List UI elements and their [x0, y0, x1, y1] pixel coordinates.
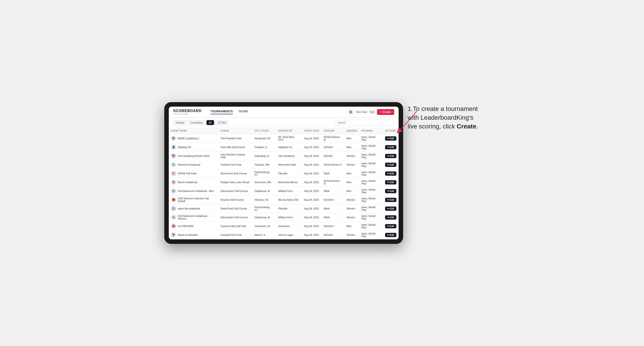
nav-tab-tournaments[interactable]: TOURNAMENTS	[211, 110, 233, 114]
cell-actions: ✏ Edit	[383, 204, 398, 213]
edit-button[interactable]: ✏ Edit	[385, 154, 396, 158]
all-filter-btn[interactable]: All	[206, 120, 214, 125]
event-name-label: upike fall invitational	[178, 207, 200, 210]
event-icon: 🦣	[171, 224, 176, 229]
edit-button[interactable]: ✏ Edit	[385, 206, 396, 211]
user-label: Test User	[356, 110, 367, 114]
cell-city: Newburgh, NY	[252, 134, 276, 143]
nav-tabs: TOURNAMENTS TEAMS	[211, 110, 248, 114]
col-division: DIVISION	[322, 128, 344, 134]
table-row: 🦅 MSMC Qualifying 1 The Powelton Club Ne…	[169, 134, 398, 143]
edit-button[interactable]: ✏ Edit	[385, 180, 396, 184]
cell-scoring: team, Stroke Play	[359, 213, 383, 222]
cell-hosted: Murray State (OK)	[276, 195, 302, 204]
cell-gender: Women	[344, 213, 360, 222]
table-row: 👤 Highland 36 Park Hills Golf Course Fre…	[169, 143, 398, 152]
logo-area: SCOREBOARD Powered by clippit	[173, 109, 202, 115]
col-venue: VENUE	[218, 128, 252, 134]
edit-button[interactable]: ✏ Edit	[385, 172, 396, 176]
event-icon: 🐺	[171, 215, 176, 220]
edit-button[interactable]: ✏ Edit	[385, 198, 396, 202]
event-name-label: UPIKE Fall Invite	[178, 172, 196, 175]
table-row: 🦅 Klash at Kokopelli Kokopelli Golf Club…	[169, 231, 398, 239]
cell-gender: Women	[344, 152, 360, 161]
cell-scoring: team, Stroke Play	[359, 152, 383, 161]
cell-hosted: Minnesota-Morris	[276, 178, 302, 187]
cell-gender: Women	[344, 161, 360, 169]
event-name-label: Fall Statesmen Invitational - Men	[178, 190, 214, 192]
cell-event-name: 🦅 Klash at Kokopelli	[169, 231, 218, 239]
cell-actions: ✏ Edit	[383, 195, 398, 204]
cell-gender: Women	[344, 195, 360, 204]
cell-date: Aug 28, 2023	[302, 195, 322, 204]
event-name-label: Carl Sandburg Women FA23	[178, 155, 209, 157]
event-name-label: Klash at Kokopelli	[178, 233, 198, 236]
cell-city: Oskaloosa, IA	[252, 187, 276, 195]
cell-division: NAIA	[322, 213, 344, 222]
cell-actions: ✏ Edit	[383, 169, 398, 178]
cell-date: Aug 28, 2023	[302, 231, 322, 239]
cell-city: Oskaloosa, IA	[252, 213, 276, 222]
cell-venue: Edmundson Golf Course	[218, 187, 252, 195]
search-input[interactable]	[336, 120, 394, 125]
cell-actions: ✏ Edit	[383, 143, 398, 152]
cell-event-name: 🦅 MSMC Qualifying 1	[169, 134, 218, 143]
competing-filter-btn[interactable]: Competing	[188, 120, 205, 125]
cell-actions: ✏ Edit	[383, 187, 398, 195]
cell-city: Vincennes, IN	[252, 222, 276, 231]
header-left: SCOREBOARD Powered by clippit TOURNAMENT…	[173, 109, 248, 115]
cell-city: Faribault, MN	[252, 161, 276, 169]
cell-division: NJCAA I	[322, 152, 344, 161]
cell-hosted: William Penn	[276, 213, 302, 222]
nav-tab-teams[interactable]: TEAMS	[238, 110, 248, 114]
cell-actions: ✏ Edit	[383, 152, 398, 161]
cell-event-name: 🦅 Carl Sandburg Women FA23	[169, 152, 218, 161]
sign-label[interactable]: Sign	[369, 110, 375, 114]
cell-hosted: Highland CC	[276, 143, 302, 152]
hosting-filter-btn[interactable]: Hosting	[173, 120, 186, 125]
cell-date: Aug 28, 2023	[302, 178, 322, 187]
create-button[interactable]: + Create	[377, 109, 394, 115]
cell-scoring: team, Stroke Play	[359, 231, 383, 239]
cell-date: Aug 26, 2023	[302, 152, 322, 161]
cell-division: NAIA	[322, 187, 344, 195]
cell-scoring: team, Stroke Play	[359, 195, 383, 204]
cell-event-name: 🐺 Fall Statesmen Invitational - Women	[169, 213, 218, 222]
edit-button[interactable]: ✏ Edit	[385, 224, 396, 228]
cell-date: Aug 28, 2023	[302, 161, 322, 169]
app-logo: SCOREBOARD	[173, 109, 202, 113]
cell-division: NJCAA I	[322, 143, 344, 152]
cell-city: Deerwood, MN	[252, 178, 276, 187]
table-row: 🐃 Maverick Invitational Faribault Golf C…	[169, 161, 398, 169]
filter-bar: Hosting Competing All ☰ Filter	[169, 118, 398, 128]
edit-button[interactable]: ✏ Edit	[385, 163, 396, 167]
cell-actions: ✏ Edit	[383, 178, 398, 187]
event-icon: 🐃	[171, 206, 176, 211]
cell-date: Aug 24, 2023	[302, 134, 322, 143]
cell-gender: Women	[344, 204, 360, 213]
cell-city: Hesston, KS	[252, 195, 276, 204]
cell-venue: Faribault Golf Club	[218, 161, 252, 169]
events-table-wrapper: EVENT NAME VENUE CITY, STATE HOSTED BY S…	[169, 128, 398, 239]
cell-hosted: Pikeville	[276, 204, 302, 213]
edit-button[interactable]: ✏ Edit	[385, 215, 396, 220]
col-scoring: SCORING	[359, 128, 383, 134]
col-event-name: EVENT NAME	[169, 128, 218, 134]
cell-scoring: team, Stroke Play	[359, 143, 383, 152]
event-icon: 🦅	[171, 136, 176, 141]
cell-division: NCAA Division III	[322, 178, 344, 187]
app-header: SCOREBOARD Powered by clippit TOURNAMENT…	[169, 107, 398, 118]
cell-gender: Men	[344, 143, 360, 152]
events-table: EVENT NAME VENUE CITY, STATE HOSTED BY S…	[169, 128, 398, 239]
edit-button[interactable]: ✏ Edit	[385, 136, 396, 141]
settings-icon[interactable]: ⚙	[348, 109, 354, 115]
event-icon: 🦅	[171, 154, 176, 158]
cell-hosted: William Penn	[276, 187, 302, 195]
edit-button[interactable]: ✏ Edit	[385, 145, 396, 149]
edit-button[interactable]: ✏ Edit	[385, 189, 396, 193]
cell-date: Aug 28, 2023	[302, 187, 322, 195]
filter-icon-btn[interactable]: ☰ Filter	[216, 120, 229, 125]
edit-button[interactable]: ✏ Edit	[385, 233, 396, 237]
cell-scoring: team, Stroke Play	[359, 187, 383, 195]
cell-actions: ✏ Edit	[383, 231, 398, 239]
